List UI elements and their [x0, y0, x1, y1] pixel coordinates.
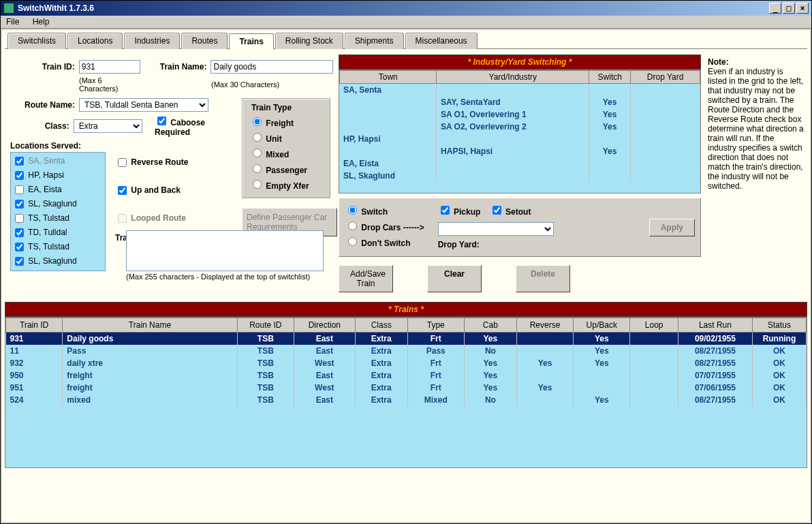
- train-name-label: Train Name:: [153, 62, 207, 72]
- caboose-checkbox[interactable]: [157, 117, 166, 125]
- app-icon: [3, 3, 14, 14]
- class-select[interactable]: Extra: [74, 119, 142, 133]
- train-row[interactable]: 931Daily goodsTSBEastExtraFrtYesYes09/02…: [6, 333, 807, 345]
- tab-routes[interactable]: Routes: [181, 33, 228, 49]
- drop-yard-label: Drop Yard:: [438, 240, 554, 249]
- tab-trains[interactable]: Trains: [229, 33, 273, 50]
- train-form: Train ID: Train Name: (Max 6 Characters)…: [5, 55, 339, 292]
- setout-label[interactable]: Setout: [490, 207, 531, 217]
- maximize-button[interactable]: □: [783, 3, 795, 14]
- looped-route-checkbox: [118, 214, 127, 223]
- tab-industries[interactable]: Industries: [124, 33, 180, 49]
- minimize-button[interactable]: _: [769, 3, 781, 14]
- class-label: Class:: [10, 121, 69, 131]
- train-type-group: Train Type Freight Unit Mixed Passenger …: [242, 98, 330, 198]
- location-checkbox[interactable]: [15, 228, 24, 237]
- train-row[interactable]: 11PassTSBEastExtraPassNoYes08/27/1955OK: [6, 345, 807, 357]
- delete-button[interactable]: Delete: [516, 265, 570, 292]
- location-checkbox[interactable]: [15, 171, 24, 180]
- tab-shipments[interactable]: Shipments: [345, 33, 404, 49]
- train-comments-textarea[interactable]: [126, 230, 324, 271]
- train-name-input[interactable]: [210, 60, 333, 74]
- apply-button[interactable]: Apply: [649, 219, 695, 236]
- location-checkbox[interactable]: [15, 157, 24, 166]
- clear-button[interactable]: Clear: [427, 265, 482, 292]
- location-checkbox[interactable]: [15, 185, 24, 194]
- tab-switchlists[interactable]: Switchlists: [7, 33, 66, 49]
- train-name-hint: (Max 30 Characters): [211, 80, 279, 89]
- titlebar: SwitchWithIt 1.7.3.6 _ □ ×: [1, 1, 811, 16]
- tab-miscellaneous[interactable]: Miscellaneous: [405, 33, 478, 49]
- pickup-label[interactable]: Pickup: [438, 207, 481, 217]
- train-row[interactable]: 524mixedTSBEastExtraMixedNoYes08/27/1955…: [6, 394, 807, 406]
- switch-radio-switch[interactable]: Switch: [345, 207, 388, 217]
- window-title: SwitchWithIt 1.7.3.6: [18, 3, 94, 13]
- setout-checkbox[interactable]: [493, 206, 501, 215]
- menubar: File Help: [1, 16, 811, 29]
- tab-locations[interactable]: Locations: [67, 33, 123, 49]
- train-type-option[interactable]: Unit: [249, 134, 282, 144]
- close-button[interactable]: ×: [796, 3, 809, 14]
- location-checkbox[interactable]: [15, 200, 24, 209]
- train-id-input[interactable]: [79, 60, 140, 74]
- location-checkbox[interactable]: [15, 214, 24, 223]
- switch-radio-drop[interactable]: Drop Cars ------>: [345, 223, 424, 232]
- drop-cars-select[interactable]: [438, 222, 554, 236]
- reverse-route-label[interactable]: Reverse Route: [115, 157, 188, 167]
- reverse-route-checkbox[interactable]: [118, 158, 127, 167]
- train-type-option[interactable]: Empty Xfer: [249, 181, 309, 191]
- up-and-back-checkbox[interactable]: [118, 186, 127, 195]
- route-name-select[interactable]: TSB, Tuldall Senta Banen: [79, 98, 208, 112]
- up-and-back-label[interactable]: Up and Back: [115, 185, 181, 195]
- pickup-checkbox[interactable]: [441, 206, 450, 215]
- train-id-label: Train ID:: [10, 62, 75, 72]
- content-area: SwitchlistsLocationsIndustriesRoutesTrai…: [2, 30, 810, 522]
- train-row[interactable]: 950freightTSBEastExtraFrtYes07/07/1955OK: [6, 369, 807, 382]
- tab-rolling-stock[interactable]: Rolling Stock: [275, 33, 343, 49]
- location-checkbox[interactable]: [15, 243, 24, 251]
- industry-grid-header: * Industry/Yard Switching *: [339, 55, 701, 70]
- comments-hint: (Max 255 characters - Displayed at the t…: [126, 273, 333, 281]
- note-heading: Note:: [708, 57, 805, 67]
- looped-route-label: Looped Route: [115, 213, 186, 223]
- train-id-hint: (Max 6 Characters): [79, 76, 140, 93]
- note-panel: Note: Even if an industry is listed in t…: [705, 55, 807, 292]
- locations-served-label: Locations Served:: [10, 141, 235, 151]
- trains-grid[interactable]: Train IDTrain NameRoute IDDirectionClass…: [5, 317, 807, 468]
- train-row[interactable]: 932daily xtreTSBWestExtraFrtYesYesYes08/…: [6, 357, 807, 369]
- menu-file[interactable]: File: [6, 17, 19, 27]
- route-name-label: Route Name:: [10, 100, 75, 110]
- switch-radio-dont[interactable]: Don't Switch: [345, 238, 411, 248]
- train-type-option[interactable]: Passenger: [249, 166, 307, 175]
- location-checkbox[interactable]: [15, 257, 24, 266]
- switch-option-panel: Switch Drop Cars ------> Don't Switch Pi…: [339, 198, 701, 257]
- menu-help[interactable]: Help: [33, 17, 50, 27]
- industry-grid[interactable]: TownYard/IndustrySwitchDrop Yard SA, Sen…: [339, 70, 701, 194]
- trains-grid-header: * Trains *: [5, 302, 807, 317]
- main-window: SwitchWithIt 1.7.3.6 _ □ × File Help Swi…: [0, 0, 812, 524]
- note-body: Even if an industry is listed in the gri…: [708, 67, 805, 191]
- train-row[interactable]: 951freightTSBWestExtraFrtYesYes07/06/195…: [6, 382, 807, 394]
- train-type-option[interactable]: Mixed: [249, 150, 289, 159]
- train-type-option[interactable]: Freight: [249, 119, 294, 128]
- tab-strip: SwitchlistsLocationsIndustriesRoutesTrai…: [7, 33, 807, 49]
- locations-list[interactable]: SA, Senta HP, Hapsi EA, Eista SL, Skaglu…: [10, 152, 106, 271]
- add-save-train-button[interactable]: Add/Save Train: [339, 265, 393, 292]
- caboose-checkbox-label[interactable]: Caboose Required: [155, 114, 235, 137]
- train-type-legend: Train Type: [249, 103, 294, 112]
